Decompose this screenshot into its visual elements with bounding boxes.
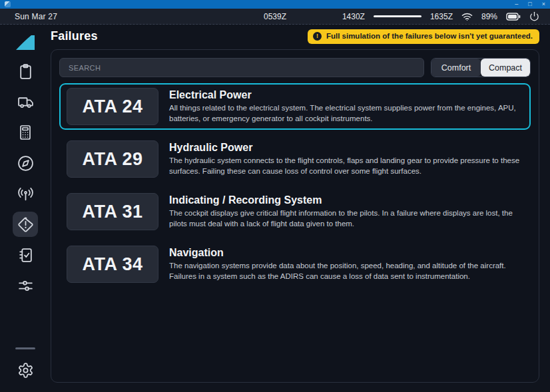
sidebar-divider [15,347,35,349]
sidebar-item-settings[interactable] [13,357,38,383]
failure-card-title: Electrical Power [169,89,523,101]
flybywire-logo-icon [15,35,35,51]
page-title: Failures [51,29,98,43]
sidebar-item-performance[interactable] [13,120,38,145]
sidebar-item-checklists[interactable] [13,242,38,268]
view-mode-toggle: Comfort Compact [431,58,531,77]
sidebar [0,25,51,392]
failure-card-title: Hydraulic Power [169,142,523,154]
view-compact-button[interactable]: Compact [481,59,530,77]
ata-chapter-badge: ATA 31 [67,193,158,230]
sidebar-item-dashboard[interactable] [13,59,38,84]
radio-antenna-icon [17,186,34,202]
gear-icon [17,362,34,379]
failure-card-description: The cockpit displays give critical fligh… [169,208,523,229]
failure-card-ata34[interactable]: ATA 34 Navigation The navigation systems… [59,241,531,288]
power-icon[interactable] [529,11,539,21]
ata-chapter-badge: ATA 34 [67,246,158,283]
statusbar-date: Sun Mar 27 [15,12,57,21]
clipboard-icon [17,63,34,80]
failure-diamond-icon [17,216,34,233]
failure-card-description: The hydraulic system connects to the fli… [169,156,523,176]
truck-icon [17,94,34,110]
calculator-icon [17,124,33,140]
battery-percent: 89% [481,12,497,21]
failure-card-description: All things related to the electrical sys… [169,103,523,124]
window-titlebar: – □ × [0,0,550,9]
failure-card-description: The navigation systems provide data abou… [169,261,523,282]
ata-chapter-badge: ATA 24 [67,88,158,125]
sidebar-item-presets[interactable] [13,273,38,298]
sliders-icon [17,278,34,294]
flight-progress-line [374,15,421,17]
failure-card-ata31[interactable]: ATA 31 Indicating / Recording System The… [59,188,531,235]
ata-chapter-badge: ATA 29 [67,140,158,178]
wifi-icon [461,12,473,21]
sidebar-item-atc[interactable] [13,181,38,206]
checklist-icon [17,247,34,264]
window-maximize-button[interactable]: □ [528,1,531,7]
statusbar-utc-time: 0539Z [264,12,286,21]
sidebar-item-dispatch[interactable] [13,89,38,114]
arrival-time: 1635Z [430,12,453,21]
view-comfort-button[interactable]: Comfort [431,59,481,77]
failure-category-list: ATA 24 Electrical Power All things relat… [59,83,531,288]
compass-icon [17,155,34,172]
statusbar: Sun Mar 27 0539Z 1430Z 1635Z 89% [0,9,550,25]
failure-card-ata24[interactable]: ATA 24 Electrical Power All things relat… [59,83,531,130]
alert-circle-icon: ! [313,32,322,41]
warning-text: Full simulation of the failures below is… [326,32,533,40]
warning-banner: ! Full simulation of the failures below … [308,29,539,44]
sidebar-item-failures[interactable] [13,212,38,237]
window-minimize-button[interactable]: – [515,1,518,7]
window-app-icon [5,1,11,7]
failures-panel: Comfort Compact ATA 24 Electrical Power … [51,49,539,383]
window-close-button[interactable]: × [542,1,545,7]
failure-card-title: Indicating / Recording System [169,194,523,206]
failure-card-title: Navigation [169,247,523,259]
battery-icon [506,13,521,21]
search-input[interactable] [59,58,424,77]
sidebar-item-navigation[interactable] [13,150,38,176]
departure-time: 1430Z [342,12,365,21]
failure-card-ata29[interactable]: ATA 29 Hydraulic Power The hydraulic sys… [59,136,531,182]
